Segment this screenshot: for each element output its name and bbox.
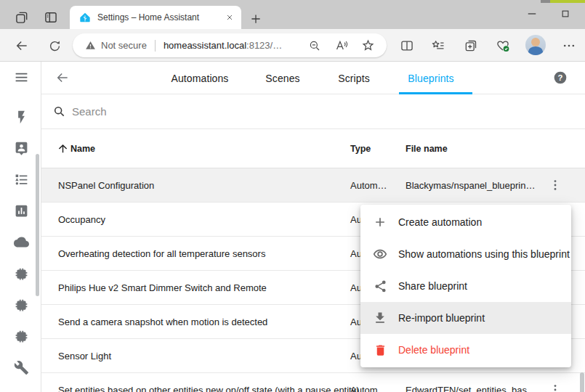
url-host: homeassistant.local (164, 40, 246, 51)
address-bar[interactable]: Not secure homeassistant.local :8123/… (73, 33, 387, 57)
cell-type: Autom… (350, 373, 387, 392)
column-header-name[interactable]: Name (70, 129, 95, 168)
browser-refresh-button[interactable] (44, 35, 65, 57)
vertical-tabs-icon (44, 10, 58, 25)
sidebar-item-device-3[interactable] (12, 327, 30, 345)
plus-icon (373, 215, 387, 229)
screen-edge-gray (541, 0, 550, 3)
sidebar-item-energy[interactable] (12, 108, 30, 126)
table-row[interactable]: Set entities based on other entities new… (41, 373, 585, 392)
collections-icon (464, 38, 478, 53)
chip-icon (14, 298, 29, 313)
search-input[interactable] (72, 105, 508, 118)
logbook-list-icon (14, 172, 29, 187)
row-overflow-menu-button[interactable] (546, 381, 564, 392)
maximize-button[interactable] (551, 4, 580, 23)
help-button[interactable] (552, 69, 569, 86)
tab-automations[interactable]: Automations (172, 62, 229, 94)
more-options-icon (562, 38, 576, 53)
sidebar-item-device-2[interactable] (12, 296, 30, 314)
read-aloud-icon[interactable] (334, 38, 348, 52)
browser-back-button[interactable] (11, 35, 33, 57)
sidebar-item-tools[interactable] (12, 359, 30, 376)
sidebar-menu-button[interactable] (12, 68, 30, 86)
energy-flash-icon (14, 110, 29, 125)
sidebar-item-history[interactable] (12, 202, 30, 219)
browser-navbar: Not secure homeassistant.local :8123/… (0, 29, 585, 62)
browser-tab[interactable]: Settings – Home Assistant (70, 6, 241, 29)
zoom-out-icon[interactable] (308, 39, 321, 52)
cell-name: Philips Hue v2 Smart Dimmer Switch and R… (58, 271, 267, 304)
cell-type: Autom… (350, 168, 387, 202)
menu-item-label: Create automation (398, 216, 482, 228)
sidebar-item-map[interactable] (12, 139, 30, 157)
table-header: Name Type File name (41, 129, 585, 168)
dots-vertical-icon (548, 383, 562, 392)
search-icon (52, 105, 66, 118)
sidebar-item-cloud[interactable] (12, 233, 30, 250)
url-rest: :8123/… (246, 40, 282, 51)
cell-name: Overheating detection for all temperatur… (58, 237, 265, 270)
browser-window: Settings – Home Assistant Not secure hom… (0, 0, 585, 392)
table-row[interactable]: NSPanel Configuration Autom… Blackymas/n… (41, 168, 585, 203)
tab-blueprints[interactable]: Blueprints (408, 62, 453, 94)
tab-scripts[interactable]: Scripts (338, 62, 370, 94)
new-tab-button[interactable] (244, 7, 267, 30)
eye-icon (373, 247, 387, 261)
sidebar-scrollbar[interactable] (36, 154, 39, 296)
menu-item-label: Share blueprint (398, 280, 467, 292)
column-header-type[interactable]: Type (350, 129, 371, 168)
minimize-icon (525, 7, 538, 20)
favorite-star-icon[interactable] (361, 38, 375, 52)
profile-avatar[interactable] (525, 35, 546, 55)
collections-button[interactable] (460, 35, 482, 57)
content-scrollbar[interactable] (580, 372, 584, 392)
not-secure-warning-icon (85, 40, 96, 51)
tab-scenes[interactable]: Scenes (265, 62, 299, 94)
favorites-icon (431, 38, 445, 53)
split-screen-icon (400, 38, 414, 53)
person-pin-icon (14, 141, 29, 156)
column-header-file-name[interactable]: File name (406, 129, 448, 168)
trash-icon (373, 343, 387, 357)
favorites-button[interactable] (427, 35, 449, 57)
cell-name: NSPanel Configuration (58, 168, 154, 202)
menu-icon (14, 70, 29, 85)
menu-item-delete-blueprint[interactable]: Delete blueprint (360, 334, 571, 366)
cell-file-name: EdwardTFN/set_entities_bas… (406, 373, 536, 392)
workspaces-icon (15, 10, 29, 25)
app-back-button[interactable] (54, 69, 71, 86)
menu-item-share-blueprint[interactable]: Share blueprint (360, 270, 571, 302)
split-screen-button[interactable] (396, 35, 418, 57)
workspaces-button[interactable] (10, 6, 33, 29)
new-tab-icon (249, 12, 262, 25)
cell-name: Sensor Light (58, 339, 111, 372)
download-icon (373, 311, 387, 325)
sidebar-item-device-1[interactable] (12, 265, 30, 282)
menu-item-create-automation[interactable]: Create automation (360, 206, 571, 238)
menu-item-reimport-blueprint[interactable]: Re-import blueprint (360, 302, 571, 334)
minimize-button[interactable] (517, 4, 546, 23)
menu-item-label: Show automations using this blueprint (398, 248, 570, 260)
refresh-icon (48, 39, 62, 53)
vertical-tabs-button[interactable] (39, 6, 62, 29)
menu-item-show-automations[interactable]: Show automations using this blueprint (360, 238, 571, 270)
menu-item-label: Delete blueprint (398, 344, 469, 356)
dots-vertical-icon (548, 178, 562, 192)
menu-item-label: Re-import blueprint (398, 312, 485, 324)
chip-icon (14, 266, 29, 282)
cell-name: Send a camera snapshot when motion is de… (58, 305, 267, 338)
address-divider (155, 40, 156, 52)
browser-essentials-icon (496, 38, 510, 53)
sidebar-item-logbook[interactable] (12, 171, 30, 188)
app-sidebar (0, 62, 41, 392)
share-icon (373, 279, 387, 293)
back-icon (15, 38, 29, 53)
browser-essentials-button[interactable] (492, 35, 514, 57)
wrench-icon (14, 360, 29, 375)
row-overflow-menu-button[interactable] (546, 176, 564, 194)
app-header: Automations Scenes Scripts Blueprints (41, 62, 585, 94)
screen-edge-green (550, 0, 585, 3)
browser-menu-button[interactable] (558, 35, 580, 57)
close-tab-icon[interactable] (225, 13, 234, 22)
